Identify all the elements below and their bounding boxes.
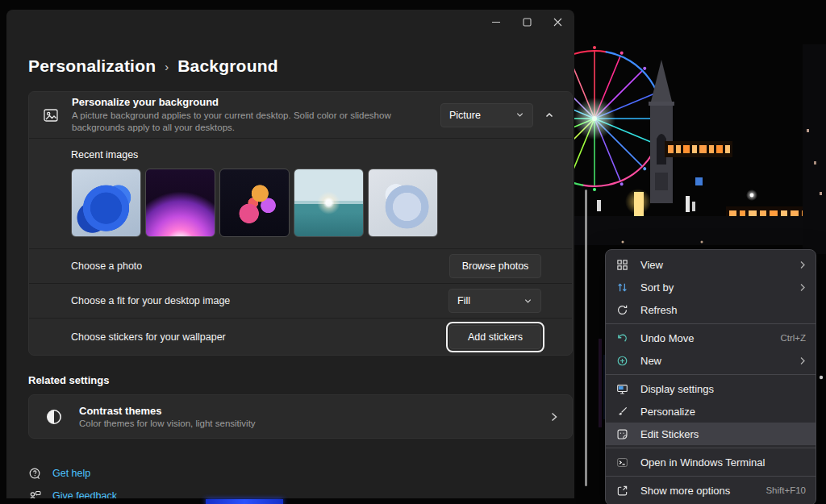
breadcrumb-separator-icon: › [165, 60, 169, 73]
give-feedback-label: Give feedback [52, 490, 117, 498]
screen: Personalization › Background Personal [0, 0, 826, 504]
get-help-link[interactable]: Get help [28, 462, 574, 485]
breadcrumb-personalization[interactable]: Personalization [28, 56, 156, 76]
menu-item-open-windows-terminal[interactable]: Open in Windows Terminal [606, 451, 816, 473]
settings-window: Personalization › Background Personal [6, 10, 574, 498]
photo-icon [43, 107, 60, 123]
maximize-icon [523, 18, 532, 27]
chevron-down-icon [515, 110, 524, 119]
dropdown-value: Fill [457, 295, 470, 306]
chevron-right-icon [549, 411, 559, 423]
menu-item-personalize[interactable]: Personalize [606, 400, 816, 423]
collapse-expander-button[interactable] [544, 110, 554, 120]
taskbar-accent-glow [206, 499, 283, 504]
choose-photo-row: Choose a photo Browse photos [29, 248, 572, 283]
personalize-background-header[interactable]: Personalize your background A picture ba… [29, 92, 572, 138]
card-title: Personalize your background [72, 96, 440, 108]
thumbnail-sunrise-water[interactable] [294, 169, 364, 237]
scrollbar-thumb[interactable] [585, 190, 587, 486]
title-bar[interactable] [6, 10, 574, 34]
maximize-button[interactable] [511, 11, 542, 32]
menu-item-edit-stickers[interactable]: Edit Stickers [606, 423, 816, 445]
card-description: A picture background applies to your cur… [72, 110, 440, 134]
lit-sign-upper [665, 141, 732, 157]
give-feedback-link[interactable]: Give feedback [28, 485, 574, 498]
expand-icon [615, 485, 629, 497]
submenu-chevron-icon [799, 260, 806, 269]
choose-photo-label: Choose a photo [71, 260, 449, 272]
minimize-button[interactable] [481, 11, 511, 32]
lit-doorway [634, 192, 644, 216]
refresh-icon [615, 304, 629, 316]
personalize-background-card: Personalize your background A picture ba… [28, 91, 573, 356]
add-stickers-button[interactable]: Add stickers [449, 325, 541, 349]
desktop-context-menu: View Sort by [605, 249, 816, 504]
contrast-themes-description: Color themes for low vision, light sensi… [79, 419, 549, 428]
page-title: Background [177, 56, 278, 76]
menu-item-show-more-options[interactable]: Show more options Shift+F10 [606, 479, 816, 502]
blue-window [695, 177, 703, 185]
submenu-chevron-icon [799, 283, 806, 292]
choose-fit-row: Choose a fit for your desktop image Fill [29, 283, 572, 318]
related-settings-heading: Related settings [28, 374, 574, 386]
terminal-icon [615, 456, 629, 469]
new-plus-icon [615, 355, 629, 367]
menu-separator [606, 448, 816, 448]
recent-images-list [71, 169, 572, 237]
menu-separator [606, 374, 816, 375]
footer-links: Get help Give feedback [28, 462, 574, 498]
help-icon [28, 467, 42, 481]
breadcrumb: Personalization › Background [28, 56, 574, 76]
paintbrush-icon [615, 406, 629, 418]
recent-images-section: Recent images [29, 138, 572, 248]
contrast-themes-card[interactable]: Contrast themes Color themes for low vis… [28, 394, 573, 439]
fit-dropdown[interactable]: Fill [448, 289, 541, 313]
background-type-dropdown[interactable]: Picture [440, 103, 533, 127]
menu-item-view[interactable]: View [606, 253, 816, 276]
feedback-icon [28, 489, 42, 499]
menu-item-undo-move[interactable]: Undo Move Ctrl+Z [606, 327, 816, 349]
minimize-icon [492, 18, 501, 27]
chevron-down-icon [524, 297, 532, 306]
thumbnail-abstract-ribbon[interactable] [219, 169, 290, 237]
close-icon [553, 18, 562, 27]
close-button[interactable] [542, 11, 573, 32]
thumbnail-windows-bloom-light[interactable] [368, 169, 438, 237]
display-icon [615, 383, 629, 395]
get-help-label: Get help [52, 468, 90, 479]
menu-item-refresh[interactable]: Refresh [606, 298, 816, 321]
dropdown-value: Picture [449, 110, 481, 121]
view-grid-icon [615, 259, 629, 271]
menu-item-new[interactable]: New [606, 349, 816, 372]
shortcut-label: Shift+F10 [766, 485, 806, 495]
thumbnail-windows-bloom-blue[interactable] [71, 169, 141, 237]
menu-item-sort-by[interactable]: Sort by [606, 276, 816, 298]
menu-separator [606, 323, 816, 324]
chevron-up-icon [544, 110, 554, 120]
choose-fit-label: Choose a fit for your desktop image [71, 295, 448, 306]
shortcut-label: Ctrl+Z [780, 333, 806, 343]
menu-separator [606, 476, 816, 477]
choose-stickers-label: Choose stickers for your wallpaper [71, 331, 449, 343]
undo-icon [615, 332, 629, 344]
recent-images-label: Recent images [71, 149, 572, 160]
sticker-icon [615, 428, 629, 440]
submenu-chevron-icon [799, 356, 806, 365]
browse-photos-button[interactable]: Browse photos [449, 254, 541, 278]
thumbnail-glow-arc-purple[interactable] [145, 169, 215, 237]
choose-stickers-row: Choose stickers for your wallpaper Add s… [29, 318, 572, 355]
contrast-icon [29, 408, 79, 426]
sort-arrows-icon [615, 281, 629, 294]
menu-item-display-settings[interactable]: Display settings [606, 377, 816, 400]
contrast-themes-title: Contrast themes [79, 405, 549, 417]
street-lamp [750, 194, 754, 198]
